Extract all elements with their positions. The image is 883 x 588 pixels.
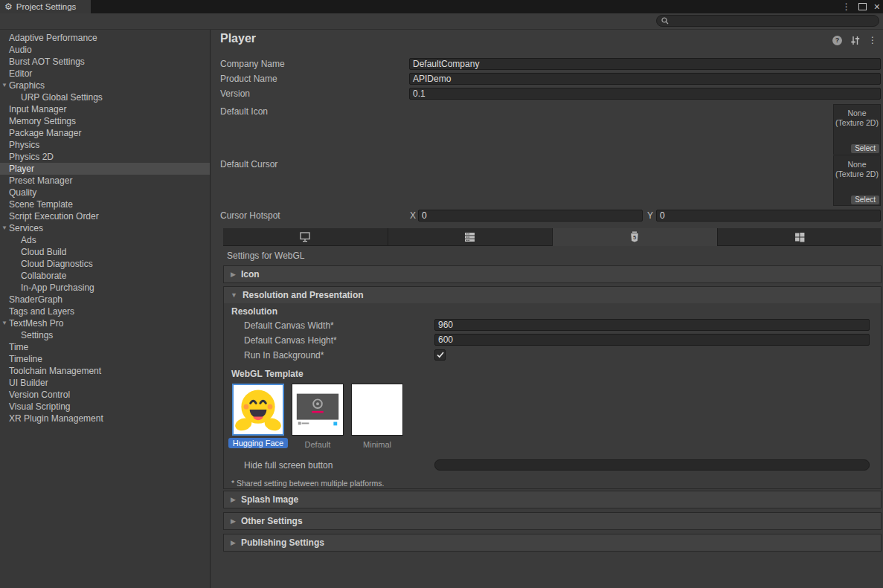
version-input[interactable]: 0.1 [409,88,881,100]
sidebar-item-label: Ads [21,235,36,245]
sidebar-item-in-app-purchasing[interactable]: In-App Purchasing [0,282,210,294]
sidebar-item-cloud-diagnostics[interactable]: Cloud Diagnostics [0,258,210,270]
sidebar-item-memory-settings[interactable]: Memory Settings [0,115,210,127]
sidebar-item-input-manager[interactable]: Input Manager [0,103,210,115]
sidebar-item-xr-plugin-management[interactable]: XR Plugin Management [0,413,210,424]
texture-none-value: None [834,109,880,118]
hotspot-x-input[interactable]: 0 [418,210,643,222]
section-title: Publishing Settings [241,537,324,548]
cursor-hotspot-label: Cursor Hotspot [220,210,280,221]
default-cursor-label: Default Cursor [220,159,277,169]
sidebar-item-toolchain-management[interactable]: Toolchain Management [0,365,210,377]
sidebar-item-textmesh-pro[interactable]: ▼TextMesh Pro [0,317,210,329]
section-publishing-header[interactable]: ▶ Publishing Settings [224,534,881,551]
sidebar-item-visual-scripting[interactable]: Visual Scripting [0,401,210,413]
window-tab-project-settings[interactable]: ⚙ Project Settings [0,0,91,13]
maximize-icon[interactable] [858,3,867,10]
canvas-width-input[interactable]: 960 [434,319,870,331]
search-input[interactable] [656,15,879,27]
sidebar-item-cloud-build[interactable]: Cloud Build [0,246,210,258]
default-icon-select-button[interactable]: Select [851,144,879,153]
sidebar-item-package-manager[interactable]: Package Manager [0,127,210,139]
run-in-background-checkbox[interactable] [434,349,446,361]
default-cursor-texture-box[interactable]: None (Texture 2D) Select [833,155,881,206]
canvas-width-label: Default Canvas Width* [244,320,334,331]
close-icon[interactable]: × [874,1,880,12]
sidebar-item-shadergraph[interactable]: ShaderGraph [0,294,210,306]
player-settings-panel: Player ? ⋮ Company NameDefaultCompanyPro… [211,30,883,588]
section-title: Resolution and Presentation [243,290,364,300]
help-icon[interactable]: ? [832,36,842,45]
tab-webgl[interactable]: 5 [553,228,717,246]
default-icon-texture-box[interactable]: None (Texture 2D) Select [833,104,881,155]
sidebar-item-label: Burst AOT Settings [9,56,85,67]
sidebar-item-quality[interactable]: Quality [0,187,210,198]
sidebar-item-audio[interactable]: Audio [0,44,210,56]
section-other-settings: ▶ Other Settings [223,512,882,530]
panel-menu-icon[interactable]: ⋮ [868,35,877,45]
tab-dedicated-server[interactable] [388,228,553,246]
template-hugging-face-label[interactable]: Hugging Face [225,439,292,448]
sidebar-item-physics-2d[interactable]: Physics 2D [0,151,210,163]
tab-standalone[interactable] [223,228,388,246]
foldout-open-icon[interactable]: ▼ [1,80,7,91]
sidebar-item-version-control[interactable]: Version Control [0,389,210,401]
texture-none-value: None [834,160,880,169]
sidebar-item-editor[interactable]: Editor [0,68,210,80]
hide-fullscreen-input[interactable] [434,459,870,471]
sidebar-item-preset-manager[interactable]: Preset Manager [0,175,210,187]
sidebar-item-label: Player [9,164,34,174]
foldout-open-icon[interactable]: ▼ [1,222,7,234]
section-resolution-header[interactable]: ▼ Resolution and Presentation [224,287,881,303]
sidebar-item-urp-global-settings[interactable]: URP Global Settings [0,91,210,103]
company-name-input[interactable]: DefaultCompany [409,58,881,70]
sidebar-item-scene-template[interactable]: Scene Template [0,198,210,210]
sidebar-item-collaborate[interactable]: Collaborate [0,270,210,282]
default-cursor-select-button[interactable]: Select [851,196,879,204]
sidebar-item-label: Tags and Layers [9,306,74,317]
template-default-thumbnail[interactable] [292,384,344,436]
canvas-height-input[interactable]: 600 [434,334,870,346]
sidebar-item-services[interactable]: ▼Services [0,222,210,234]
sidebar-item-burst-aot-settings[interactable]: Burst AOT Settings [0,56,210,68]
section-publishing-settings: ▶ Publishing Settings [223,534,882,552]
sidebar-item-adaptive-performance[interactable]: Adaptive Performance [0,32,210,44]
section-other-header[interactable]: ▶ Other Settings [224,513,881,529]
sidebar-item-ads[interactable]: Ads [0,234,210,246]
sidebar-item-graphics[interactable]: ▼Graphics [0,80,210,91]
sidebar-item-label: Adaptive Performance [9,33,97,43]
foldout-closed-icon: ▶ [231,271,236,278]
sidebar-item-time[interactable]: Time [0,341,210,353]
hotspot-y-input[interactable]: 0 [656,210,881,222]
sidebar-item-timeline[interactable]: Timeline [0,353,210,365]
page-title: Player [220,32,256,45]
window-menu-icon[interactable]: ⋮ [842,1,851,12]
tab-windows-store[interactable] [718,228,882,246]
foldout-open-icon[interactable]: ▼ [1,317,7,329]
template-hugging-face-thumbnail[interactable] [232,384,284,436]
sidebar-item-label: Services [9,223,43,233]
sidebar-item-script-execution-order[interactable]: Script Execution Order [0,210,210,222]
run-in-background-label: Run In Background* [244,350,324,361]
template-default-label[interactable]: Default [284,440,351,449]
sidebar-item-settings[interactable]: Settings [0,329,210,341]
sidebar-item-physics[interactable]: Physics [0,139,210,151]
sidebar-item-tags-and-layers[interactable]: Tags and Layers [0,306,210,317]
sidebar-item-player[interactable]: Player [0,163,210,175]
version-label: Version [220,88,250,99]
template-minimal-label[interactable]: Minimal [344,440,411,449]
platform-tab-bar: 5 [223,228,882,246]
sidebar-item-ui-builder[interactable]: UI Builder [0,377,210,389]
section-title: Icon [241,269,260,280]
presets-icon[interactable] [850,36,860,45]
sidebar-item-label: XR Plugin Management [9,413,103,424]
sidebar-item-label: Toolchain Management [9,366,101,376]
template-minimal-thumbnail[interactable] [351,384,403,436]
canvas-height-label: Default Canvas Height* [244,335,337,346]
texture-type-value: (Texture 2D) [834,169,880,179]
sidebar-item-label: Cloud Diagnostics [21,259,93,269]
settings-for-platform-label: Settings for WebGL [227,251,305,261]
product-name-input[interactable]: APIDemo [409,73,881,85]
section-icon-header[interactable]: ▶ Icon [224,266,881,282]
section-splash-header[interactable]: ▶ Splash Image [224,491,881,508]
